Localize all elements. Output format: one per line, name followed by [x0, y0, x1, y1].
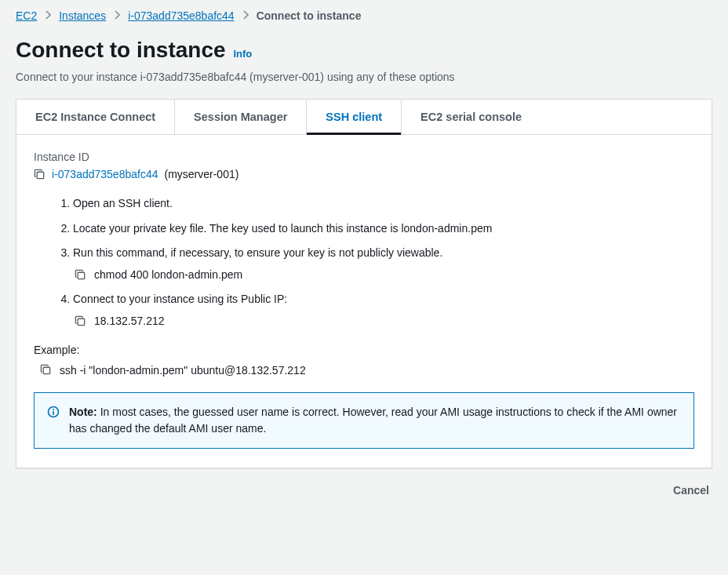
instance-id-label: Instance ID — [34, 151, 694, 163]
example-row: ssh -i "london-admin.pem" ubuntu@18.132.… — [40, 364, 694, 377]
step-1: Open an SSH client. — [73, 196, 694, 212]
step-3-command-row: chmod 400 london-admin.pem — [75, 267, 694, 283]
step-4: Connect to your instance using its Publi… — [73, 292, 694, 329]
footer: Cancel — [16, 468, 712, 497]
svg-rect-2 — [78, 318, 84, 325]
step-4-text: Connect to your instance using its Publi… — [73, 293, 287, 305]
breadcrumb-ec2[interactable]: EC2 — [16, 9, 37, 22]
page-header: Connect to instance Info Connect to your… — [16, 38, 712, 83]
svg-point-5 — [53, 409, 54, 410]
tab-ssh-client[interactable]: SSH client — [307, 100, 402, 134]
chevron-right-icon — [242, 9, 249, 22]
panel-body: Instance ID i-073add735e8bafc44 (myserve… — [16, 135, 712, 468]
breadcrumb: EC2 Instances i-073add735e8bafc44 Connec… — [16, 9, 712, 22]
ssh-example-command: ssh -i "london-admin.pem" ubuntu@18.132.… — [60, 364, 306, 377]
step-4-ip-row: 18.132.57.212 — [75, 314, 694, 329]
chmod-command: chmod 400 london-admin.pem — [94, 267, 242, 283]
chevron-right-icon — [114, 9, 120, 22]
note-text: Note: In most cases, the guessed user na… — [69, 404, 681, 437]
instance-id-link[interactable]: i-073add735e8bafc44 — [52, 168, 158, 180]
note-strong: Note: — [69, 406, 97, 418]
info-icon — [47, 406, 60, 418]
chevron-right-icon — [45, 9, 51, 22]
note-box: Note: In most cases, the guessed user na… — [34, 392, 694, 449]
breadcrumb-instance-id[interactable]: i-073add735e8bafc44 — [128, 9, 234, 22]
public-ip: 18.132.57.212 — [94, 314, 165, 329]
tabs: EC2 Instance Connect Session Manager SSH… — [16, 100, 712, 135]
copy-icon[interactable] — [34, 169, 46, 180]
note-body: In most cases, the guessed user name is … — [69, 406, 677, 435]
breadcrumb-current: Connect to instance — [257, 9, 362, 22]
instance-id-row: i-073add735e8bafc44 (myserver-001) — [34, 168, 694, 180]
svg-rect-0 — [37, 172, 43, 178]
ssh-steps: Open an SSH client. Locate your private … — [34, 196, 694, 329]
info-link[interactable]: Info — [233, 48, 252, 60]
tab-ec2-serial-console[interactable]: EC2 serial console — [402, 100, 541, 134]
step-3: Run this command, if necessary, to ensur… — [73, 246, 694, 282]
svg-rect-6 — [53, 411, 54, 415]
svg-rect-3 — [43, 367, 49, 373]
step-2: Locate your private key file. The key us… — [73, 221, 694, 237]
copy-icon[interactable] — [75, 315, 86, 327]
svg-rect-1 — [78, 272, 84, 278]
page-subtitle: Connect to your instance i-073add735e8ba… — [16, 71, 712, 83]
page-title: Connect to instance — [16, 38, 226, 63]
tab-session-manager[interactable]: Session Manager — [175, 100, 307, 134]
instance-alias: (myserver-001) — [164, 168, 238, 180]
tab-ec2-instance-connect[interactable]: EC2 Instance Connect — [16, 100, 175, 134]
copy-icon[interactable] — [75, 269, 86, 281]
copy-icon[interactable] — [40, 364, 52, 376]
connect-panel: EC2 Instance Connect Session Manager SSH… — [16, 99, 712, 468]
cancel-button[interactable]: Cancel — [673, 484, 709, 497]
breadcrumb-instances[interactable]: Instances — [59, 9, 106, 22]
step-3-text: Run this command, if necessary, to ensur… — [73, 246, 442, 259]
example-label: Example: — [34, 344, 694, 356]
